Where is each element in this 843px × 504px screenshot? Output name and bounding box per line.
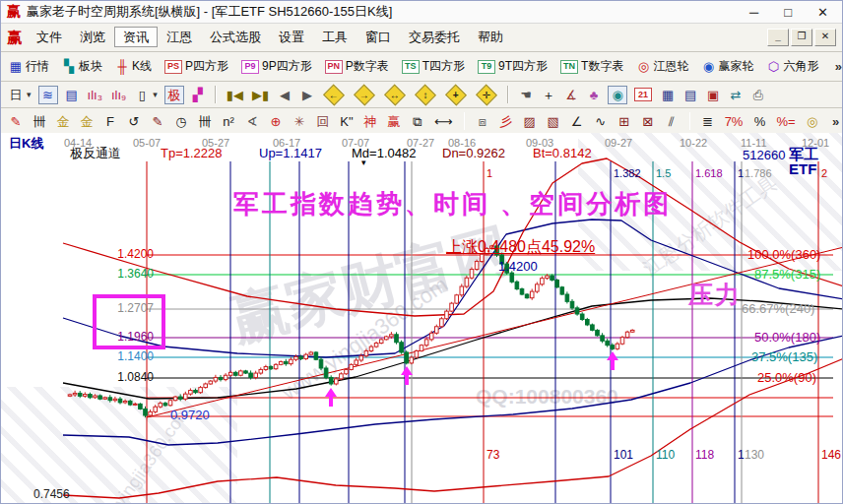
price-grid2-tool-button[interactable]: ⊠ — [639, 113, 657, 130]
gann-wheel-small-tool-button[interactable]: ✳ — [291, 113, 308, 130]
zigzag-tool-button[interactable]: ∿ — [592, 113, 610, 130]
menu-item-江恩[interactable]: 江恩 — [158, 27, 201, 47]
kline-chart-area[interactable]: 赢家财富网www.yingjia360.comwww.yingjia360.co… — [1, 133, 843, 504]
diamond-compress-button[interactable]: + — [443, 87, 469, 103]
close-button[interactable]: ✕ — [817, 5, 828, 20]
diamond-expand-all-button[interactable]: ✛ — [474, 87, 499, 103]
hexagon-button[interactable]: ⬡六角形 — [764, 57, 820, 76]
notes-button[interactable]: ▤ — [681, 87, 699, 103]
prev-page-button[interactable]: ◀ — [276, 87, 293, 103]
square-spiral-tool-button[interactable]: 回 — [314, 113, 332, 130]
menu-item-文件[interactable]: 文件 — [28, 27, 71, 47]
child-close-button[interactable]: ✕ — [814, 29, 836, 46]
candle-style-dropdown[interactable]: ▾ — [27, 90, 32, 99]
p-number-table-button[interactable]: PNP数字表 — [323, 57, 391, 76]
scale-ruler-tool-button[interactable]: ≣ — [699, 113, 717, 130]
9p-square-button[interactable]: P99P四方形 — [239, 57, 314, 76]
single-candle-button[interactable]: ▯▾ — [133, 87, 160, 103]
menu-item-帮助[interactable]: 帮助 — [469, 27, 512, 47]
extreme-channel-button[interactable]: 极 — [164, 86, 184, 104]
app-window: { "window": { "logo": "赢", "title": "赢家老… — [0, 0, 843, 504]
bars-3-button[interactable]: ılı₃ — [86, 87, 104, 103]
gann-circle-tool-button[interactable]: ⊕ — [267, 113, 285, 130]
diamond-left-button[interactable]: ← — [321, 87, 347, 103]
percent-tool-button[interactable]: % — [750, 113, 768, 130]
n-square-tool-button[interactable]: n² — [220, 113, 237, 130]
menu-item-窗口[interactable]: 窗口 — [357, 27, 400, 47]
color-histogram-button[interactable]: ▞ — [189, 87, 207, 103]
shen-tool-button[interactable]: 神 — [361, 113, 379, 130]
minimize-button[interactable]: ─ — [749, 5, 758, 20]
p-square-button[interactable]: PSP四方形 — [162, 57, 230, 76]
diamond-h-expand-button[interactable]: ↔ — [382, 87, 408, 103]
single-candle-dropdown[interactable]: ▾ — [153, 90, 158, 99]
save-button[interactable]: ▣ — [704, 87, 722, 103]
maximize-button[interactable]: □ — [784, 5, 792, 20]
pattern-tool-button[interactable]: ◉ — [608, 86, 627, 104]
fan-grid-tool-button[interactable]: ▧ — [545, 113, 562, 130]
spiral-tool-button[interactable]: ↺ — [125, 113, 143, 130]
more-row3a-button[interactable]: » — [827, 113, 843, 130]
menu-item-工具[interactable]: 工具 — [313, 27, 357, 47]
marker-pencil-tool-button[interactable]: ✎ — [149, 113, 166, 130]
channel-view-button[interactable]: ≋ — [38, 86, 58, 104]
child-restore-button[interactable]: ❐ — [791, 29, 812, 46]
print-button[interactable]: ⎙ — [749, 87, 767, 103]
angle-mirror-tool-button[interactable]: ∢ — [243, 113, 261, 130]
toolbar-separator — [507, 86, 509, 103]
fibonacci-f-tool-button[interactable]: F — [101, 113, 119, 130]
info-panel-button[interactable]: ▤ — [63, 87, 81, 103]
kline-button[interactable]: ╫K线 — [113, 57, 154, 76]
p-number-table-icon: PN — [325, 60, 343, 74]
fan-box-tool-button[interactable]: ▨ — [521, 113, 539, 130]
k-notation-tool-button[interactable]: K" — [338, 113, 356, 130]
fib-time-bottom-label: 118 — [695, 449, 714, 461]
9t-square-button[interactable]: T99T四方形 — [476, 57, 550, 76]
more-row1-button[interactable]: » — [829, 58, 843, 75]
menu-item-交易委托[interactable]: 交易委托 — [400, 27, 469, 47]
angle-lines-tool-button[interactable]: ∠ — [568, 113, 586, 130]
calendar-button[interactable]: 21 — [632, 87, 654, 102]
calculator-button[interactable]: ▦ — [659, 87, 677, 103]
sectors-button[interactable]: ▚板块 — [60, 57, 104, 76]
fan-tool-button[interactable]: 彡 — [497, 113, 515, 130]
gann-box-tool-button[interactable]: ⧈ — [474, 113, 491, 130]
quotes-button[interactable]: ▦行情 — [7, 57, 51, 76]
menu-item-公式选股[interactable]: 公式选股 — [201, 27, 270, 47]
crosshair-tool-button[interactable]: ＋ — [540, 87, 557, 103]
fractal-tool-button[interactable]: ♣ — [585, 87, 603, 103]
winner-wheel-button[interactable]: ◉赢家轮 — [699, 57, 755, 76]
diamond-right-button[interactable]: → — [352, 87, 377, 103]
time-divisions-tool-button[interactable]: 卌 — [31, 113, 48, 130]
gold-circle-tool-button[interactable]: ◎ — [804, 113, 821, 130]
menu-item-设置[interactable]: 设置 — [270, 27, 313, 47]
percent-line-tool-button[interactable]: %= — [774, 113, 797, 130]
calculator-icon: ▦ — [661, 88, 675, 102]
ruler-divisions-tool-button[interactable]: 卌 — [196, 113, 214, 130]
pencil-tool-button[interactable]: ✎ — [7, 113, 25, 130]
menu-item-浏览[interactable]: 浏览 — [71, 27, 114, 47]
gold-divisions2-tool-button[interactable]: 金 — [78, 113, 96, 130]
hand-tool-button[interactable]: ☚ — [517, 87, 535, 103]
parallel-lines-tool-button[interactable]: ⫽ — [663, 113, 681, 130]
menu-item-资讯[interactable]: 资讯 — [114, 27, 158, 47]
candle-style-button[interactable]: 日▾ — [7, 87, 33, 103]
angle-measure-tool-button[interactable]: ∡ — [562, 87, 580, 103]
percent-zone-tool-button[interactable]: 7% — [723, 113, 746, 130]
bars-9-button[interactable]: ılı₉ — [109, 87, 128, 103]
ying-tool-button[interactable]: 赢 — [385, 113, 403, 130]
diamond-v-expand-button[interactable]: ↕ — [413, 87, 438, 103]
price-grid-tool-button[interactable]: ⊞ — [616, 113, 633, 130]
last-page-button[interactable]: ▶▮ — [250, 87, 271, 103]
t-number-table-button[interactable]: TNT数字表 — [558, 57, 625, 76]
send-chart-button[interactable]: ⇄ — [727, 87, 745, 103]
next-page-button[interactable]: ▶ — [298, 87, 316, 103]
t-square-button[interactable]: TST四方形 — [400, 57, 467, 76]
grid-ruler-tool-button[interactable]: ⧉ — [409, 113, 426, 130]
cycle-clock-tool-button[interactable]: ◷ — [172, 113, 190, 130]
gold-divisions-tool-button[interactable]: 金 — [54, 113, 72, 130]
first-page-button[interactable]: ▮◀ — [225, 87, 245, 103]
gann-wheel-button[interactable]: ◎江恩轮 — [634, 57, 690, 76]
width-measure-tool-button[interactable]: ⟷ — [432, 113, 455, 130]
child-minimize-button[interactable]: _ — [767, 29, 789, 46]
